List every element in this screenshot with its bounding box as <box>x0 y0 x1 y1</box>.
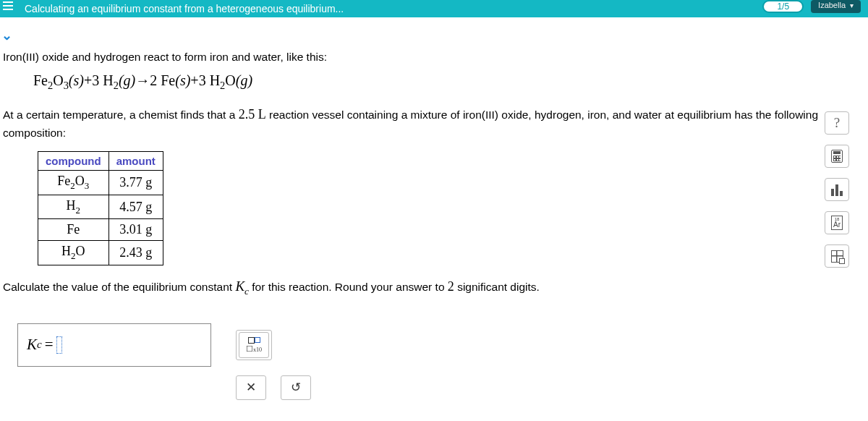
reset-button[interactable]: ↺ <box>281 375 311 400</box>
prompt-question: Calculate the value of the equilibrium c… <box>3 278 868 297</box>
table-button[interactable] <box>825 145 849 168</box>
x-icon: ✕ <box>246 380 256 395</box>
input-tools: ☐x10 <box>236 330 272 360</box>
title-bar: Calculating an equilibrium constant from… <box>0 0 868 17</box>
composition-table: compoundamount Fe2O33.77 g H24.57 g Fe3.… <box>38 151 163 265</box>
col-amount: amount <box>109 152 163 171</box>
menu-icon[interactable] <box>3 1 13 10</box>
action-buttons: ✕ ↺ <box>236 375 868 400</box>
sci-notation-button[interactable]: ☐x10 <box>239 332 269 358</box>
input-cursor[interactable] <box>56 336 62 354</box>
header-right: 1/5 Izabella▾ <box>762 0 861 13</box>
answer-area: Kc = ☐x10 <box>17 323 868 367</box>
help-button[interactable]: ? <box>825 111 849 135</box>
clear-button[interactable]: ✕ <box>236 375 266 400</box>
calculator-icon <box>831 150 843 163</box>
undo-icon: ↺ <box>291 380 301 395</box>
grid-button[interactable] <box>825 244 849 268</box>
table-row: Fe3.01 g <box>38 219 163 241</box>
prompt-conditions: At a certain temperature, a chemist find… <box>3 105 827 141</box>
chevron-down-icon: ▾ <box>850 1 854 9</box>
progress-pill: 1/5 <box>762 0 804 13</box>
page-title: Calculating an equilibrium constant from… <box>25 3 344 14</box>
question-body: Iron(III) oxide and hydrogen react to fo… <box>0 51 868 400</box>
periodic-button[interactable]: 18Ar <box>825 211 849 234</box>
element-icon: 18Ar <box>831 216 843 230</box>
expand-chevron-icon[interactable]: ⌄ <box>1 27 12 43</box>
bar-chart-icon <box>831 183 843 196</box>
answer-input[interactable]: Kc = <box>17 323 211 367</box>
side-toolbar: ? 18Ar <box>825 111 849 268</box>
table-row: H24.57 g <box>38 195 163 219</box>
user-dropdown[interactable]: Izabella▾ <box>811 0 861 13</box>
table-row: H2O2.43 g <box>38 241 163 265</box>
prompt-intro: Iron(III) oxide and hydrogen react to fo… <box>3 51 868 64</box>
question-icon: ? <box>834 115 840 131</box>
col-compound: compound <box>38 152 109 171</box>
table-row: Fe2O33.77 g <box>38 171 163 195</box>
grid-icon <box>831 250 843 263</box>
chart-button[interactable] <box>825 178 849 201</box>
reaction-equation: Fe2O3(s)+3 H2(g)→2 Fe(s)+3 H2O(g) <box>33 72 868 92</box>
